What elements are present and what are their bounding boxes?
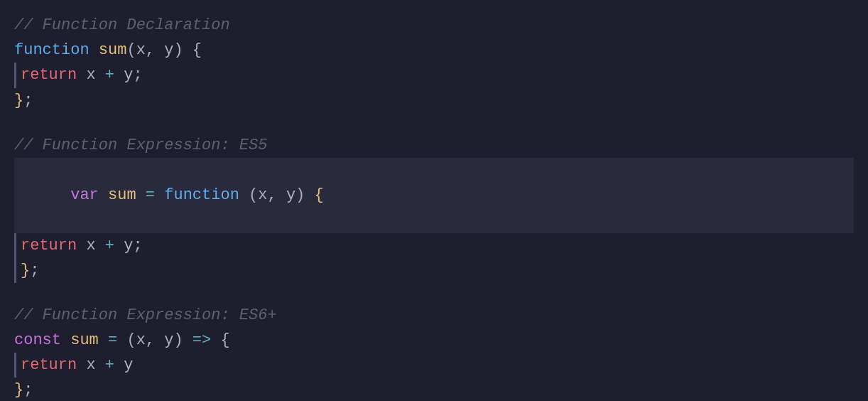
comment-line-es6: // Function Expression: ES6+: [14, 303, 854, 328]
code-block-declaration: // Function Declaration function sum(x, …: [14, 13, 854, 113]
code-line-return: return x + y;: [14, 63, 854, 87]
arrow-op: =>: [192, 328, 211, 353]
operator-plus: +: [105, 63, 114, 87]
code-line: function sum(x, y) {: [14, 38, 854, 63]
code-line-es6-return: return x + y: [14, 353, 854, 378]
open-es6: {: [211, 328, 229, 353]
code-line-es5-decl: var sum = function (x, y) {: [14, 158, 854, 233]
code-line-es6-close: };: [14, 378, 854, 401]
assign-op-es6: =: [108, 328, 117, 353]
comment-line-es5: // Function Expression: ES5: [14, 133, 854, 158]
comment-text-es5: // Function Expression: ES5: [14, 133, 267, 158]
function-name: sum: [99, 38, 127, 63]
expr2: y;: [114, 63, 143, 87]
code-line-es5-close: };: [14, 258, 854, 283]
keyword-return-es6: return: [21, 353, 86, 378]
code-line-es5-return: return x + y;: [14, 233, 854, 258]
expr: x: [86, 63, 104, 87]
semicolon-es5: ;: [30, 258, 39, 283]
comment-text: // Function Declaration: [14, 13, 230, 38]
close-brace-es6: }: [14, 378, 23, 401]
const-name: sum: [70, 328, 108, 353]
code-line-close: };: [14, 88, 854, 113]
operator-plus-es6: +: [105, 353, 114, 378]
semicolon-es6: ;: [23, 378, 33, 401]
keyword-function-es5: function: [164, 186, 249, 204]
var-name: sum: [108, 186, 146, 204]
expr2-es5: y;: [114, 233, 143, 258]
params: (x, y) {: [126, 38, 202, 63]
code-block-es6: // Function Expression: ES6+ const sum =…: [14, 303, 854, 401]
params-es6: (x, y): [117, 328, 192, 353]
code-block-es5: // Function Expression: ES5 var sum = fu…: [14, 133, 854, 283]
close-brace: }: [14, 88, 23, 113]
code-editor: // Function Declaration function sum(x, …: [0, 0, 868, 401]
open-brace-es5: {: [315, 186, 324, 204]
expr2-es6: y: [114, 353, 133, 378]
code-line-es6-decl: const sum = (x, y) => {: [14, 328, 854, 353]
assign-op: =: [146, 186, 155, 204]
comment-text-es6: // Function Expression: ES6+: [14, 303, 277, 328]
keyword-const: const: [14, 328, 70, 353]
comment-line: // Function Declaration: [14, 13, 854, 38]
params-es5: (x, y): [249, 186, 314, 204]
expr-es6: x: [86, 353, 104, 378]
keyword-var: var: [70, 186, 108, 204]
semicolon: ;: [23, 88, 33, 113]
keyword-return-es5: return: [21, 233, 86, 258]
operator-plus-es5: +: [105, 233, 114, 258]
keyword-return: return: [21, 63, 86, 87]
keyword-function: function: [14, 38, 99, 63]
expr-es5: x: [86, 233, 104, 258]
space: [155, 186, 164, 204]
close-brace-es5: }: [21, 258, 30, 283]
